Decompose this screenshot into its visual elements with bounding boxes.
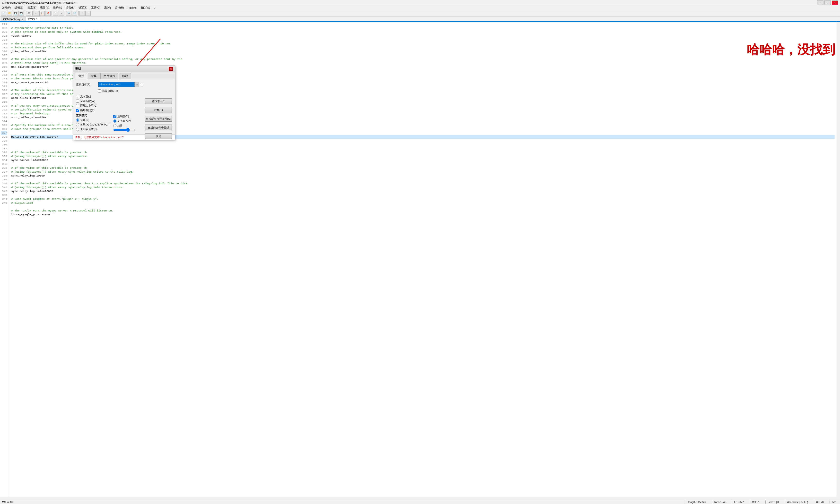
find-in-current-button[interactable]: 在当前文件中查找 bbox=[145, 125, 172, 130]
menu-tools[interactable]: 工具(O) bbox=[90, 5, 101, 10]
toolbar-sep4 bbox=[65, 11, 65, 16]
menu-macro[interactable]: 宏(M) bbox=[103, 5, 112, 10]
mode-normal-label: 普通(N) bbox=[80, 118, 89, 122]
dialog-body: 查找目标(F) : ▼ 选取范围内(I) 反向查找 bbox=[73, 79, 175, 134]
menu-window[interactable]: 窗口(W) bbox=[139, 5, 151, 10]
dialog-title: 查找 bbox=[75, 67, 81, 71]
toolbar-sep2 bbox=[32, 11, 33, 16]
menu-encoding[interactable]: 编码(N) bbox=[52, 5, 63, 10]
search-dropdown-arrow[interactable]: ▼ bbox=[135, 82, 139, 87]
transparency-checkbox[interactable] bbox=[113, 115, 116, 118]
mode-regex-label: 正则表达式(G) bbox=[80, 127, 98, 131]
range-checkbox[interactable] bbox=[98, 89, 101, 92]
menu-help[interactable]: ? bbox=[153, 6, 156, 10]
toolbar-redo[interactable]: ↪ bbox=[58, 11, 64, 16]
mode-extended-row: 扩展(X) (\n, \r, \t, \0, \x...) bbox=[76, 123, 109, 126]
count-button[interactable]: 计数(T) bbox=[145, 107, 172, 113]
whole-word-checkbox[interactable] bbox=[76, 100, 79, 103]
toolbar-sep5 bbox=[78, 11, 79, 16]
toolbar-new[interactable]: 📄 bbox=[1, 11, 6, 16]
mode-normal-row: 普通(N) bbox=[76, 118, 109, 122]
close-button[interactable]: ✕ bbox=[832, 0, 838, 5]
search-input[interactable] bbox=[98, 82, 135, 87]
menu-edit[interactable]: 编辑(E) bbox=[14, 5, 24, 10]
tab-company-sql-label: COMPANY.sql bbox=[3, 18, 20, 21]
menu-settings[interactable]: 设置(T) bbox=[78, 5, 88, 10]
reverse-checkbox-row: 反向查找 bbox=[76, 95, 143, 98]
transparency-checkbox-row: 透明度(Y) bbox=[113, 114, 135, 118]
toolbar-cut[interactable]: ✂ bbox=[34, 11, 39, 16]
dialog-tab-mark[interactable]: 标记 bbox=[119, 73, 131, 79]
mode-regex-row: 正则表达式(G) bbox=[76, 127, 109, 131]
transparency-label: 透明度(Y) bbox=[117, 114, 129, 118]
mode-normal-radio[interactable] bbox=[76, 119, 79, 122]
dialog-titlebar: 查找 ✕ bbox=[73, 66, 175, 72]
toolbar: 📄 📂 💾 💾 🖨 ✂ 📋 📌 ↩ ↪ 🔍 🔄 + - bbox=[0, 10, 840, 17]
find-all-open-button[interactable]: 查找所有打开文件(O) bbox=[145, 116, 172, 122]
dialog-close-button[interactable]: ✕ bbox=[169, 67, 173, 71]
match-case-label: 匹配大小写(C) bbox=[80, 104, 97, 108]
reverse-label: 反向查找 bbox=[80, 95, 91, 98]
toolbar-save[interactable]: 💾 bbox=[13, 11, 18, 16]
wrap-label: 循环查找(P) bbox=[80, 109, 95, 112]
menu-file[interactable]: 文件(F) bbox=[1, 5, 12, 10]
tab-company-sql-close[interactable]: ✕ bbox=[21, 18, 23, 20]
find-next-button[interactable]: 查找下一个 bbox=[145, 98, 172, 104]
match-case-checkbox[interactable] bbox=[76, 104, 79, 107]
maximize-button[interactable]: □ bbox=[824, 0, 831, 5]
toolbar-replace[interactable]: 🔄 bbox=[72, 11, 77, 16]
menu-language[interactable]: 语言(L) bbox=[65, 5, 75, 10]
toolbar-undo[interactable]: ↩ bbox=[53, 11, 58, 16]
tab-my-ini[interactable]: my.ini ✕ bbox=[26, 17, 40, 21]
toolbar-find[interactable]: 🔍 bbox=[66, 11, 71, 16]
dialog-tab-file-find[interactable]: 文件查找 bbox=[100, 73, 118, 79]
find-next-checkbox[interactable] bbox=[140, 83, 143, 86]
mode-regex-radio[interactable] bbox=[76, 128, 79, 131]
wrap-checkbox-row: 循环查找(P) bbox=[76, 109, 143, 112]
vertical-scrollbar[interactable] bbox=[837, 22, 840, 497]
always-radio[interactable] bbox=[113, 124, 116, 127]
toolbar-zoom-out[interactable]: - bbox=[85, 11, 91, 16]
tabbar: COMPANY.sql ✕ my.ini ✕ bbox=[0, 17, 840, 22]
match-case-checkbox-row: 匹配大小写(C) bbox=[76, 104, 143, 108]
window-title: C:\ProgramData\MySQL\MySQL Server 8.0\my… bbox=[2, 1, 77, 4]
toolbar-paste[interactable]: 📌 bbox=[45, 11, 51, 16]
tab-company-sql[interactable]: COMPANY.sql ✕ bbox=[1, 17, 25, 21]
search-form-row: 查找目标(F) : ▼ bbox=[76, 82, 143, 87]
cancel-button[interactable]: 取消 bbox=[145, 133, 172, 139]
search-mode-label: 查找模式 bbox=[76, 114, 109, 117]
transparency-section: 透明度(Y) 失去焦点后 始终 bbox=[113, 114, 135, 132]
always-label: 始终 bbox=[117, 124, 123, 127]
dialog-tabs: 查找 替换 文件查找 标记 bbox=[73, 72, 175, 79]
toolbar-print[interactable]: 🖨 bbox=[26, 11, 31, 16]
menu-view[interactable]: 视图(V) bbox=[39, 5, 50, 10]
toolbar-zoom-in[interactable]: + bbox=[80, 11, 85, 16]
lose-focus-radio[interactable] bbox=[113, 120, 116, 123]
transparency-slider[interactable] bbox=[113, 128, 135, 131]
menu-plugins[interactable]: Plugins bbox=[127, 6, 138, 10]
range-checkbox-row: 选取范围内(I) bbox=[98, 89, 143, 93]
dialog-tab-replace[interactable]: 替换 bbox=[88, 73, 100, 79]
search-dialog: 查找 ✕ 查找 替换 文件查找 标记 查找目标(F) : ▼ 选取范围内(I bbox=[73, 66, 175, 140]
always-row: 始终 bbox=[113, 124, 135, 127]
reverse-checkbox[interactable] bbox=[76, 95, 79, 98]
tab-my-ini-close[interactable]: ✕ bbox=[36, 18, 38, 20]
whole-word-label: 全词匹配(W) bbox=[80, 99, 95, 103]
dialog-tab-find[interactable]: 查找 bbox=[75, 73, 87, 79]
toolbar-copy[interactable]: 📋 bbox=[39, 11, 45, 16]
mode-extended-radio[interactable] bbox=[76, 123, 79, 126]
minimize-button[interactable]: — bbox=[817, 0, 823, 5]
menubar: 文件(F) 编辑(E) 搜索(S) 视图(V) 编码(N) 语言(L) 设置(T… bbox=[0, 5, 840, 10]
transparency-slider-container bbox=[113, 128, 135, 131]
toolbar-sep1 bbox=[25, 11, 25, 16]
menu-run[interactable]: 运行(R) bbox=[114, 5, 125, 10]
wrap-checkbox[interactable] bbox=[76, 109, 79, 112]
lose-focus-label: 失去焦点后 bbox=[117, 119, 131, 123]
titlebar-controls: — □ ✕ bbox=[817, 0, 838, 5]
lose-focus-row: 失去焦点后 bbox=[113, 119, 135, 123]
search-label: 查找目标(F) : bbox=[76, 83, 98, 86]
toolbar-save-all[interactable]: 💾 bbox=[18, 11, 24, 16]
menu-search[interactable]: 搜索(S) bbox=[27, 5, 37, 10]
toolbar-open[interactable]: 📂 bbox=[7, 11, 12, 16]
dialog-buttons: 查找下一个 计数(T) 查找所有打开文件(O) 在当前文件中查找 取消 bbox=[145, 98, 172, 139]
